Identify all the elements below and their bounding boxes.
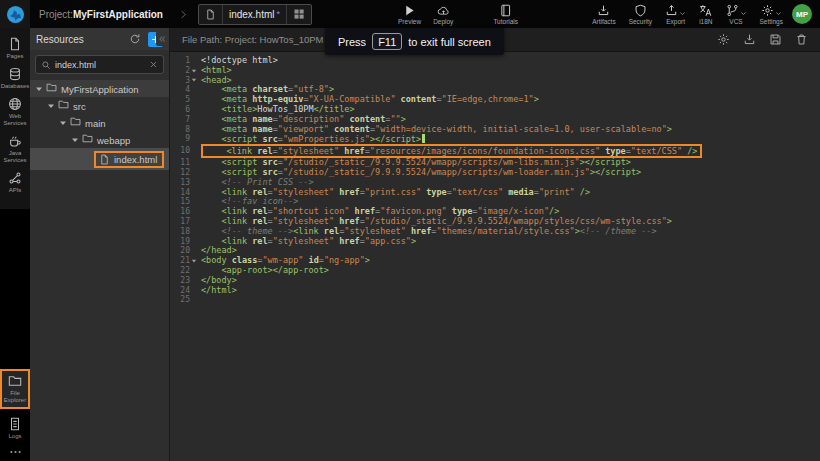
grid-view-icon[interactable]: [293, 8, 305, 20]
sidebar-item-file-explorer[interactable]: File Explorer: [0, 369, 30, 409]
book-icon: [499, 4, 512, 17]
refresh-icon[interactable]: [129, 33, 141, 45]
caret-down-icon: [191, 77, 197, 83]
resources-panel: Resources index.html MyFirstApplications…: [30, 28, 170, 461]
resources-header: Resources: [30, 28, 169, 50]
code-editor[interactable]: 1<!doctype html>2<html>3<head>4 <meta ch…: [170, 52, 820, 461]
sidebar-item-web-services[interactable]: Web Services: [0, 93, 30, 130]
i18n-label: i18N: [699, 18, 712, 25]
folder-icon: [82, 133, 93, 144]
more-dots-icon: [9, 449, 22, 455]
line-number: 1: [170, 56, 190, 66]
line-number: 22: [170, 266, 190, 276]
code-line[interactable]: 25: [170, 295, 820, 305]
export-label: Export: [666, 18, 685, 25]
code-line[interactable]: 23</body>: [170, 276, 820, 286]
tree-node-index-html[interactable]: index.html: [30, 148, 169, 170]
f11-key-badge: F11: [372, 33, 402, 50]
app-logo[interactable]: [0, 0, 30, 28]
delete-file-icon[interactable]: [795, 33, 808, 46]
artifacts-label: Artifacts: [592, 18, 615, 25]
tree-node-main[interactable]: main: [30, 114, 169, 131]
sidebar-item-apis[interactable]: APIs: [0, 167, 30, 197]
line-number: 23: [170, 276, 190, 286]
folder-icon: [58, 99, 69, 110]
code-line[interactable]: 22 <app-root></app-root>: [170, 266, 820, 276]
search-value: index.html: [55, 60, 149, 70]
user-avatar[interactable]: MP: [792, 4, 812, 24]
caret-down-icon: [71, 136, 79, 144]
unsaved-indicator: *: [277, 9, 281, 19]
preview-button[interactable]: Preview: [394, 0, 425, 28]
tree-node-src[interactable]: src: [30, 97, 169, 114]
wavemaker-logo-icon: [6, 5, 25, 24]
toast-text-post: to exit full screen: [408, 36, 491, 48]
clear-search-icon[interactable]: [149, 60, 158, 69]
settings-button[interactable]: Settings: [756, 0, 788, 28]
line-number: 5: [170, 95, 190, 105]
code-line[interactable]: 9 <script src="wmProperties.js"></script…: [170, 134, 820, 144]
deploy-button[interactable]: Deploy: [429, 0, 457, 28]
code-line[interactable]: 24</html>: [170, 286, 820, 296]
code-line[interactable]: 19 <link rel="stylesheet" href="app.css"…: [170, 237, 820, 247]
search-icon: [41, 60, 51, 70]
toast-text-pre: Press: [338, 36, 366, 48]
tree-node-label: main: [85, 118, 106, 129]
tree-node-myfirstapplication[interactable]: MyFirstApplication: [30, 80, 169, 97]
globe-icon: [8, 97, 22, 111]
file-tree: MyFirstApplicationsrcmainwebappindex.htm…: [30, 80, 169, 170]
file-icon: [205, 9, 216, 20]
code-line[interactable]: 10 <link rel="stylesheet" href="resource…: [170, 144, 820, 158]
sidebar-item-java-services[interactable]: Java Services: [0, 130, 30, 167]
line-number: 19: [170, 237, 190, 247]
chevron-down-icon: [679, 10, 686, 17]
collapse-panel-button[interactable]: [156, 31, 168, 46]
left-sidebar: PagesDatabasesWeb ServicesJava ServicesA…: [0, 28, 30, 461]
preview-label: Preview: [398, 18, 421, 25]
database-icon: [8, 67, 22, 81]
play-icon: [403, 4, 416, 17]
code-text: </html>: [201, 286, 237, 296]
sidebar-item-databases[interactable]: Databases: [0, 63, 30, 93]
line-number: 12: [170, 168, 190, 178]
sidebar-item-pages[interactable]: Pages: [0, 33, 30, 63]
line-number: 2: [170, 66, 190, 76]
apis-label: APIs: [9, 187, 22, 194]
annotation-highlight: index.html: [94, 151, 164, 168]
code-line[interactable]: 2<html>: [170, 66, 820, 76]
sidebar-item-logs[interactable]: Logs: [0, 413, 30, 443]
api-icon: [8, 171, 22, 185]
save-file-icon[interactable]: [769, 33, 782, 46]
fullscreen-toast: Press F11 to exit full screen: [325, 28, 504, 55]
resources-title: Resources: [36, 34, 84, 45]
tree-node-webapp[interactable]: webapp: [30, 131, 169, 148]
chevron-down-icon: [740, 10, 747, 17]
download-file-icon[interactable]: [743, 33, 756, 46]
line-number: 4: [170, 85, 190, 95]
fold-slot[interactable]: [190, 258, 198, 264]
security-button[interactable]: Security: [625, 0, 656, 28]
sidebar-more-button[interactable]: [0, 443, 30, 459]
fold-slot[interactable]: [190, 68, 198, 74]
folder-icon: [46, 82, 57, 93]
code-line[interactable]: 1<!doctype html>: [170, 56, 820, 66]
line-number: 17: [170, 217, 190, 227]
i18n-button[interactable]: i18N: [695, 0, 716, 28]
search-input[interactable]: index.html: [35, 55, 164, 74]
deploy-label: Deploy: [433, 18, 453, 25]
fold-slot[interactable]: [190, 77, 198, 83]
vcs-button[interactable]: VCS: [722, 0, 751, 28]
caret-down-icon: [191, 68, 197, 74]
line-number: 11: [170, 158, 190, 168]
branch-icon: [726, 4, 739, 17]
editor-settings-icon[interactable]: [717, 33, 730, 46]
line-number: 6: [170, 105, 190, 115]
export-button[interactable]: Export: [661, 0, 690, 28]
line-number: 16: [170, 207, 190, 217]
tutorials-button[interactable]: Tutorials: [489, 0, 522, 28]
doc-lines-icon: [8, 417, 22, 431]
line-number: 18: [170, 227, 190, 237]
open-file-tab[interactable]: index.html*: [198, 4, 312, 25]
export-icon: [665, 4, 678, 17]
artifacts-button[interactable]: Artifacts: [588, 0, 619, 28]
